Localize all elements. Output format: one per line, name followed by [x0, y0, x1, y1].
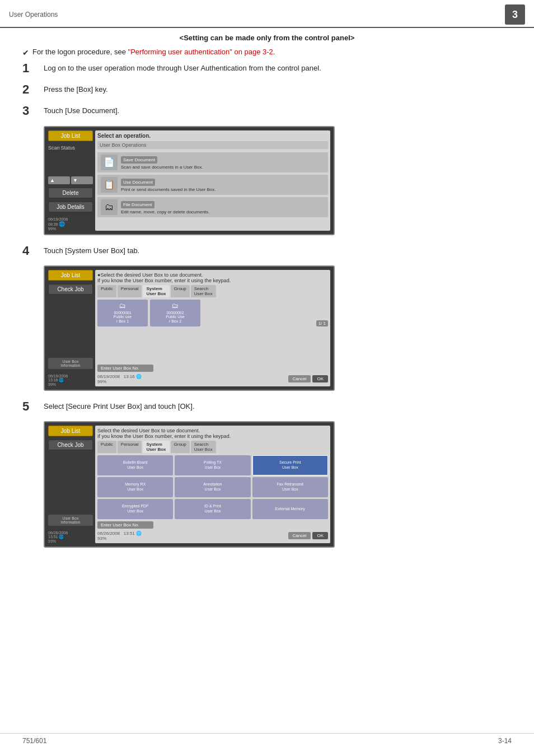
screen3-box-id-print[interactable]: ID & PrintUser Box	[175, 499, 250, 519]
screen1-job-details-btn[interactable]: Job Details	[48, 202, 93, 212]
screen2-box-2[interactable]: 🗂 00000002 Public User Box 2	[150, 300, 200, 326]
screen3-tab-system[interactable]: SystemUser Box	[143, 441, 169, 453]
page-number-badge: 3	[505, 4, 525, 25]
screen1-down-btn[interactable]: ▼	[71, 176, 93, 184]
screen1-right-panel: Select an operation. User Box Operations…	[95, 130, 330, 231]
checkmark-icon: ✔	[22, 48, 29, 57]
screen3-memory: 93%	[48, 539, 93, 543]
screen2-enter-box-btn[interactable]: Enter User Box No.	[97, 365, 153, 372]
screen3-job-list-btn[interactable]: Job List	[48, 426, 93, 436]
screen1-file-desc: Edit name, move, copy or delete document…	[121, 209, 325, 214]
screen2-instruction: ●Select the desired User Box to use docu…	[97, 272, 328, 283]
screen1-subtitle: User Box Operations	[97, 141, 328, 149]
screen1-up-btn[interactable]: ▲	[48, 176, 70, 184]
page-header-title: User Operations	[9, 11, 58, 18]
screen2-check-job-btn[interactable]: Check Job	[48, 284, 93, 295]
screen1-left-panel: Job List Scan Status ▲ ▼ Delete Job Deta…	[48, 130, 93, 231]
screen3-tab-public[interactable]: Public	[97, 441, 116, 453]
screen2-footer: 06/19/2008 13:16 🌐 99% Cancel OK	[97, 374, 328, 384]
screen1-container: Job List Scan Status ▲ ▼ Delete Job Deta…	[44, 126, 512, 235]
screen3-box-memory-rx[interactable]: Memory RXUser Box	[97, 477, 173, 497]
auth-link[interactable]: "Performing user authentication" on page…	[128, 48, 273, 56]
screen1-use-desc: Print or send documents saved in the Use…	[121, 187, 325, 192]
screen2-tab-search[interactable]: SearchUser Box	[191, 285, 216, 297]
screen2-container: Job List Check Job User BoxInformation 0…	[44, 265, 512, 391]
screen3-enter-box-btn[interactable]: Enter User Box No.	[97, 521, 153, 529]
screen1-use-doc-item[interactable]: 📋 Use Document Print or send documents s…	[97, 175, 328, 195]
screen2-cancel-btn[interactable]: Cancel	[288, 375, 311, 382]
screen3-box-secure-print[interactable]: Secure PrintUser Box	[252, 455, 328, 475]
screen1-timestamp: 06/19/2008 08:39 🌐 99%	[48, 217, 93, 231]
screen3-tabs: Public Personal SystemUser Box Group Sea…	[97, 441, 328, 453]
section-heading: <Setting can be made only from the contr…	[22, 34, 512, 42]
screen1-scan-label: Scan	[48, 145, 60, 151]
screen3-footer-date: 06/26/2008 13:51 🌐 93%	[97, 531, 142, 541]
screen1-save-icon: 📄	[101, 155, 118, 170]
step-5: 5 Select [Secure Print User Box] and tou…	[22, 400, 512, 413]
screen3-container: Job List Check Job User BoxInformation 0…	[44, 421, 512, 548]
screen3-box-polling[interactable]: Polling TXUser Box	[175, 455, 250, 475]
screen2-box-1[interactable]: 🗂 00000001 Public user Box 1	[97, 300, 148, 326]
screen2: Job List Check Job User BoxInformation 0…	[44, 265, 335, 391]
screen3-cancel-btn[interactable]: Cancel	[288, 532, 311, 539]
screen1-job-list-btn[interactable]: Job List	[48, 130, 93, 141]
screen1-file-doc-btn[interactable]: File Document	[121, 201, 154, 208]
screen3-box-external-memory[interactable]: External Memory	[252, 499, 328, 519]
screen3-user-box-info: User BoxInformation	[48, 515, 93, 526]
screen2-user-box-info: User BoxInformation	[48, 358, 93, 369]
screen2-ok-btn[interactable]: OK	[312, 375, 328, 382]
screen1-save-desc: Scan and save documents in a User Box.	[121, 165, 325, 170]
screen2-tab-group[interactable]: Group	[171, 285, 190, 297]
screen1-file-icon: 🗂	[101, 199, 118, 215]
screen3-tab-personal[interactable]: Personal	[118, 441, 142, 453]
page-footer: 751/601 3-14	[0, 733, 534, 745]
screen3-footer-btns: Cancel OK	[288, 532, 328, 539]
screen3-box-annotation[interactable]: AnnotationUser Box	[175, 477, 250, 497]
screen3-left-panel: Job List Check Job User BoxInformation 0…	[48, 426, 93, 543]
page-header: User Operations 3	[0, 0, 534, 28]
step-4-number: 4	[22, 244, 39, 258]
screen2-memory: 99%	[48, 382, 93, 386]
screen3-box-grid: Bulletin BoardUser Box Polling TXUser Bo…	[97, 455, 328, 519]
screen1-save-content: Save Document Scan and save documents in…	[121, 155, 325, 170]
screen1-delete-btn[interactable]: Delete	[48, 188, 93, 198]
step-2: 2 Press the [Box] key.	[22, 83, 512, 96]
screen2-tab-personal[interactable]: Personal	[118, 285, 142, 297]
page-footer-left: 751/601	[22, 737, 46, 745]
screen3-instruction: Select the desired User Box to use docum…	[97, 428, 328, 439]
screen2-job-list-btn[interactable]: Job List	[48, 270, 93, 281]
screen1-status-label: Status	[61, 145, 76, 151]
screen2-tab-public[interactable]: Public	[97, 285, 116, 297]
screen3-tab-group[interactable]: Group	[171, 441, 190, 453]
step-3-text: Touch [Use Document].	[44, 104, 512, 115]
screen3-box-fax-retransmit[interactable]: Fax RetransmitUser Box	[252, 477, 328, 497]
screen1-title: Select an operation.	[97, 133, 328, 139]
screen1-save-doc-item[interactable]: 📄 Save Document Scan and save documents …	[97, 152, 328, 172]
step-4: 4 Touch [System User Box] tab.	[22, 244, 512, 258]
screen3-enter-box-row: Enter User Box No.	[97, 521, 328, 529]
screen3-ok-btn[interactable]: OK	[312, 532, 328, 539]
screen2-right-panel: ●Select the desired User Box to use docu…	[95, 270, 330, 386]
step-2-number: 2	[22, 83, 39, 96]
screen2-box1-icon: 🗂	[119, 302, 126, 310]
screen1-save-doc-btn[interactable]: Save Document	[121, 156, 157, 164]
screen2-tabs: Public Personal SystemUser Box Group Sea…	[97, 285, 328, 297]
screen2-timestamp: 06/19/2008 13:16 🌐 99%	[48, 374, 93, 386]
screen1-file-doc-item[interactable]: 🗂 File Document Edit name, move, copy or…	[97, 197, 328, 217]
step-3-number: 3	[22, 104, 39, 118]
screen3-check-job-btn[interactable]: Check Job	[48, 440, 93, 450]
screen2-tab-system[interactable]: SystemUser Box	[143, 285, 169, 297]
screen3-tab-search[interactable]: SearchUser Box	[191, 441, 216, 453]
screen2-footer-date: 06/19/2008 13:16 🌐 99%	[97, 374, 142, 384]
screen3-box-bulletin[interactable]: Bulletin BoardUser Box	[97, 455, 173, 475]
screen1-use-doc-btn[interactable]: Use Document	[121, 179, 155, 186]
step-2-text: Press the [Box] key.	[44, 83, 512, 94]
screen1-use-content: Use Document Print or send documents sav…	[121, 177, 325, 192]
step-1: 1 Log on to the user operation mode thro…	[22, 62, 512, 75]
screen1: Job List Scan Status ▲ ▼ Delete Job Deta…	[44, 126, 335, 235]
screen3-right-panel: Select the desired User Box to use docum…	[95, 426, 330, 543]
screen2-footer-btns: Cancel OK	[288, 375, 328, 382]
screen3-box-encrypted-pdf[interactable]: Encrypted PDFUser Box	[97, 499, 173, 519]
page-footer-right: 3-14	[498, 737, 512, 745]
step-5-number: 5	[22, 400, 39, 413]
